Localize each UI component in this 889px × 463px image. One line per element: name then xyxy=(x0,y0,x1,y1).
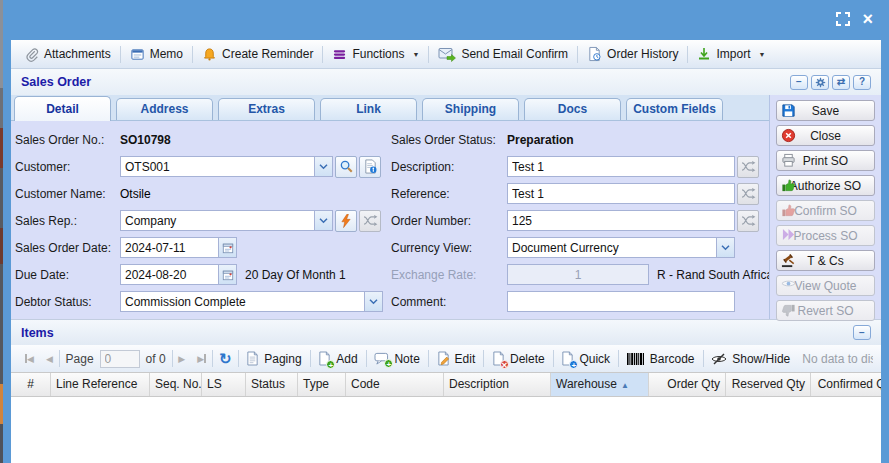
gavel-icon xyxy=(781,253,796,268)
currency-view-combo[interactable] xyxy=(507,237,735,258)
description-input[interactable] xyxy=(508,157,734,176)
customer-dropdown-icon[interactable] xyxy=(314,157,332,176)
authorize-so-label: Authorize SO xyxy=(790,179,861,193)
document-quick-icon: + xyxy=(561,351,574,366)
order-number-shuffle-button[interactable] xyxy=(737,210,759,232)
edit-line-button[interactable]: Edit xyxy=(429,351,484,366)
sales-rep-combo[interactable] xyxy=(120,210,333,231)
tcs-button[interactable]: T & Cs xyxy=(776,250,875,271)
last-page-button[interactable]: ▶ xyxy=(191,354,212,364)
panel-settings-button[interactable] xyxy=(811,75,829,90)
next-page-button[interactable]: ▶ xyxy=(172,354,191,364)
close-window-icon[interactable]: × xyxy=(862,12,873,26)
sales-rep-input[interactable] xyxy=(121,211,314,230)
items-grid-body[interactable] xyxy=(11,397,881,463)
close-button[interactable]: Close xyxy=(776,125,875,146)
fullscreen-icon[interactable] xyxy=(836,12,850,26)
debtor-status-input[interactable] xyxy=(121,292,364,311)
print-so-button[interactable]: Print SO xyxy=(776,150,875,171)
currency-view-dropdown-icon[interactable] xyxy=(716,238,734,257)
reference-field[interactable] xyxy=(507,183,735,204)
shuffle-icon xyxy=(741,188,756,199)
note-button[interactable]: + Note xyxy=(366,352,427,366)
customer-info-button[interactable] xyxy=(359,156,381,178)
chevron-down-icon: ▼ xyxy=(412,51,419,58)
reference-shuffle-button[interactable] xyxy=(737,183,759,205)
create-reminder-button[interactable]: Create Reminder xyxy=(193,40,322,68)
save-button[interactable]: Save xyxy=(776,100,875,121)
items-collapse-button[interactable]: − xyxy=(853,325,871,340)
customer-search-button[interactable] xyxy=(335,156,357,178)
column-header-index[interactable]: # xyxy=(11,373,51,396)
description-shuffle-button[interactable] xyxy=(737,156,759,178)
comment-field[interactable] xyxy=(507,291,735,312)
comment-input[interactable] xyxy=(508,292,734,311)
delete-line-button[interactable]: ✕ Delete xyxy=(484,351,553,366)
send-email-confirm-button[interactable]: Send Email Confirm xyxy=(429,40,577,68)
column-header-type[interactable]: Type xyxy=(298,373,346,396)
panel-minimize-button[interactable]: − xyxy=(790,75,808,90)
view-quote-button: View Quote xyxy=(776,275,875,296)
attachments-button[interactable]: Attachments xyxy=(15,40,120,68)
customer-input[interactable] xyxy=(121,157,314,176)
column-header-seq-no[interactable]: Seq. No. xyxy=(150,373,202,396)
column-header-confirmed-qty[interactable]: Confirmed Qty xyxy=(811,373,881,396)
prev-page-button[interactable]: ◀ xyxy=(40,354,59,364)
due-date-field[interactable] xyxy=(120,264,237,285)
order-history-button[interactable]: Order History xyxy=(578,40,687,68)
column-header-reserved-qty[interactable]: Reserved Qty xyxy=(726,373,811,396)
process-so-label: Process SO xyxy=(793,229,857,243)
customer-combo[interactable] xyxy=(120,156,333,177)
show-hide-button[interactable]: Show/Hide xyxy=(703,352,798,366)
order-number-input[interactable] xyxy=(508,211,734,230)
tab-extras[interactable]: Extras xyxy=(218,98,315,120)
debtor-status-combo[interactable] xyxy=(120,291,383,312)
import-menu-button[interactable]: Import ▼ xyxy=(688,40,774,68)
sales-order-date-input[interactable] xyxy=(121,238,218,257)
column-header-order-qty[interactable]: Order Qty xyxy=(649,373,726,396)
first-page-button[interactable]: ◀ xyxy=(19,354,40,364)
quick-add-button[interactable]: + Quick xyxy=(553,351,618,366)
panel-refresh-button[interactable]: ⇄ xyxy=(832,75,850,90)
refresh-grid-icon[interactable]: ↻ xyxy=(213,350,238,368)
debtor-status-dropdown-icon[interactable] xyxy=(364,292,382,311)
calendar-icon[interactable] xyxy=(218,238,236,257)
page-number-input[interactable] xyxy=(100,350,140,368)
description-field[interactable] xyxy=(507,156,735,177)
tab-shipping[interactable]: Shipping xyxy=(422,98,519,120)
tab-custom-fields[interactable]: Custom Fields xyxy=(626,98,723,120)
exchange-rate-label: Exchange Rate: xyxy=(391,268,507,282)
tab-detail[interactable]: Detail xyxy=(14,96,111,121)
sales-rep-default-button[interactable] xyxy=(335,210,357,232)
column-header-description[interactable]: Description xyxy=(444,373,551,396)
quick-label: Quick xyxy=(579,352,610,366)
column-header-ls[interactable]: LS xyxy=(202,373,246,396)
column-header-warehouse[interactable]: Warehouse▲ xyxy=(551,373,649,396)
authorize-so-button[interactable]: Authorize SO xyxy=(776,175,875,196)
reference-input[interactable] xyxy=(508,184,734,203)
barcode-button[interactable]: Barcode xyxy=(619,352,703,366)
printer-icon xyxy=(781,153,796,168)
add-line-button[interactable]: + Add xyxy=(310,351,365,366)
sales-order-date-field[interactable] xyxy=(120,237,237,258)
paging-button[interactable]: Paging xyxy=(238,351,309,366)
tab-docs[interactable]: Docs xyxy=(524,98,621,120)
column-header-line-reference[interactable]: Line Reference xyxy=(51,373,150,396)
column-header-status[interactable]: Status xyxy=(246,373,298,396)
panel-help-button[interactable]: ? xyxy=(853,75,871,90)
sales-rep-shuffle-button[interactable] xyxy=(359,210,381,232)
due-date-input[interactable] xyxy=(121,265,218,284)
import-download-icon xyxy=(697,47,711,61)
column-header-code[interactable]: Code xyxy=(346,373,444,396)
reference-label: Reference: xyxy=(391,187,507,201)
shuffle-icon xyxy=(741,215,756,226)
memo-button[interactable]: Memo xyxy=(121,40,192,68)
sales-rep-dropdown-icon[interactable] xyxy=(314,211,332,230)
order-number-field[interactable] xyxy=(507,210,735,231)
calendar-icon[interactable] xyxy=(218,265,236,284)
currency-view-input[interactable] xyxy=(508,238,716,257)
tab-link[interactable]: Link xyxy=(320,98,417,120)
functions-menu-button[interactable]: Functions ▼ xyxy=(323,40,428,68)
tab-address[interactable]: Address xyxy=(116,98,213,120)
customer-label: Customer: xyxy=(15,160,120,174)
